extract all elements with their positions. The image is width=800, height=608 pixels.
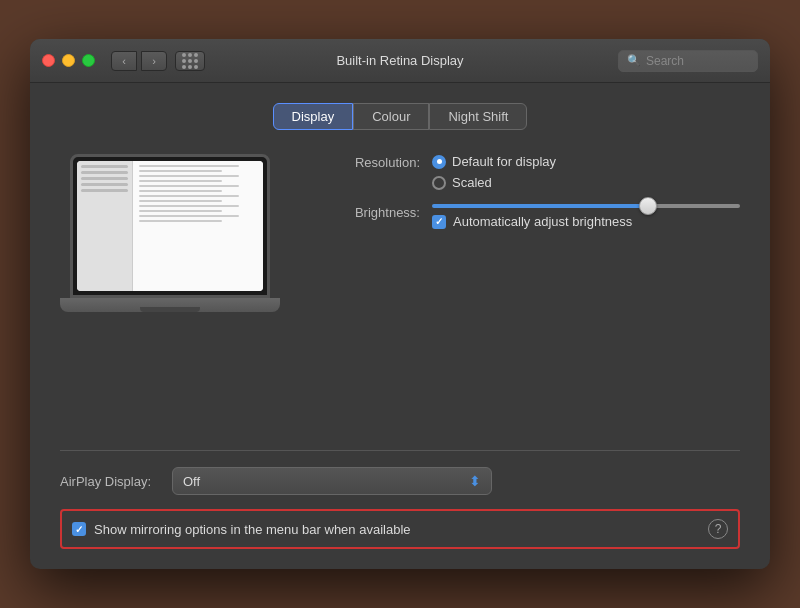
- mirroring-checkbox[interactable]: [72, 522, 86, 536]
- brightness-controls: Automatically adjust brightness: [432, 204, 740, 229]
- auto-brightness-row: Automatically adjust brightness: [432, 214, 740, 229]
- forward-button[interactable]: ›: [141, 51, 167, 71]
- airplay-dropdown[interactable]: Off ⬍: [172, 467, 492, 495]
- resolution-default-row: Default for display: [432, 154, 740, 169]
- search-box[interactable]: 🔍: [618, 50, 758, 72]
- screen-sidebar: [77, 161, 133, 291]
- back-button[interactable]: ‹: [111, 51, 137, 71]
- search-icon: 🔍: [627, 54, 641, 67]
- screen-main: [133, 161, 263, 291]
- airplay-label: AirPlay Display:: [60, 474, 160, 489]
- settings-panel: Resolution: Default for display Scaled: [310, 154, 740, 243]
- laptop-base: [60, 298, 280, 312]
- resolution-scaled-label: Scaled: [452, 175, 492, 190]
- tab-night-shift[interactable]: Night Shift: [429, 103, 527, 130]
- brightness-slider[interactable]: [432, 204, 740, 208]
- maximize-button[interactable]: [82, 54, 95, 67]
- brightness-label: Brightness:: [310, 204, 420, 220]
- airplay-row: AirPlay Display: Off ⬍: [60, 467, 740, 495]
- laptop-preview: [60, 154, 280, 312]
- content-area: Display Colour Night Shift: [30, 83, 770, 569]
- close-button[interactable]: [42, 54, 55, 67]
- settings-window: ‹ › Built-in Retina Display 🔍 Display Co…: [30, 39, 770, 569]
- resolution-default-radio[interactable]: [432, 155, 446, 169]
- screen-content: [77, 161, 263, 291]
- laptop-screen-wrapper: [70, 154, 270, 298]
- window-title: Built-in Retina Display: [336, 53, 463, 68]
- grid-button[interactable]: [175, 51, 205, 71]
- laptop-screen: [77, 161, 263, 291]
- search-input[interactable]: [646, 54, 746, 68]
- resolution-label: Resolution:: [310, 154, 420, 170]
- nav-buttons: ‹ ›: [111, 51, 167, 71]
- dropdown-arrow-icon: ⬍: [469, 473, 481, 489]
- tabs-bar: Display Colour Night Shift: [60, 103, 740, 130]
- auto-brightness-checkbox[interactable]: [432, 215, 446, 229]
- airplay-value: Off: [183, 474, 200, 489]
- brightness-row: Brightness: Automatically adjust brightn…: [310, 204, 740, 229]
- resolution-default-label: Default for display: [452, 154, 556, 169]
- titlebar: ‹ › Built-in Retina Display 🔍: [30, 39, 770, 83]
- resolution-row: Resolution: Default for display Scaled: [310, 154, 740, 190]
- bottom-section: AirPlay Display: Off ⬍ Show mirroring op…: [60, 450, 740, 549]
- show-mirroring-row: Show mirroring options in the menu bar w…: [60, 509, 740, 549]
- help-button[interactable]: ?: [708, 519, 728, 539]
- resolution-controls: Default for display Scaled: [432, 154, 740, 190]
- resolution-scaled-row: Scaled: [432, 175, 740, 190]
- resolution-scaled-radio[interactable]: [432, 176, 446, 190]
- traffic-lights: [42, 54, 95, 67]
- grid-icon: [182, 53, 198, 69]
- brightness-slider-container: [432, 204, 740, 208]
- auto-brightness-label: Automatically adjust brightness: [453, 214, 632, 229]
- minimize-button[interactable]: [62, 54, 75, 67]
- tab-colour[interactable]: Colour: [353, 103, 429, 130]
- tab-display[interactable]: Display: [273, 103, 354, 130]
- mirroring-label: Show mirroring options in the menu bar w…: [94, 522, 411, 537]
- brightness-thumb[interactable]: [639, 197, 657, 215]
- main-content: Resolution: Default for display Scaled: [60, 154, 740, 450]
